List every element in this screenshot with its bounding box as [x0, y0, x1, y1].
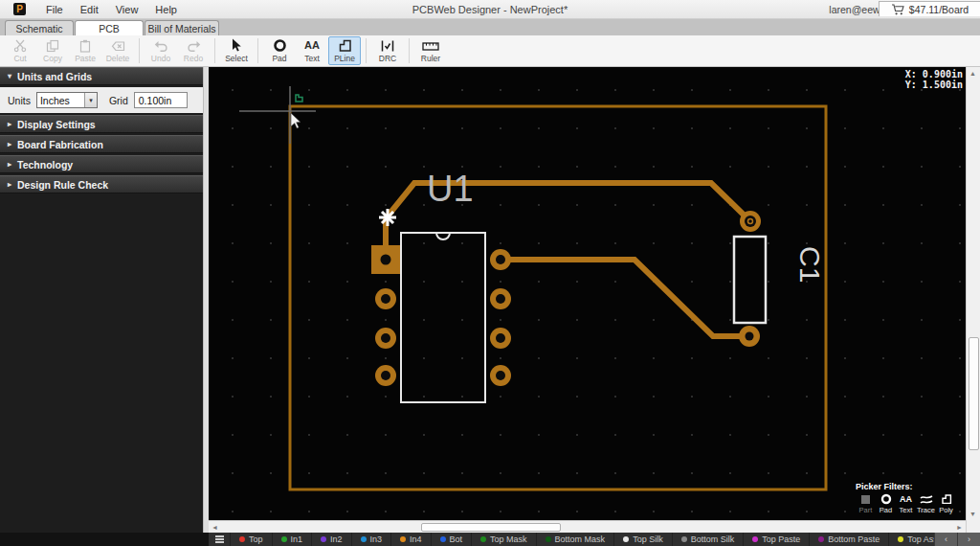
c1-pads[interactable]	[739, 211, 761, 347]
panel-header-technology[interactable]: ▸ Technology	[0, 155, 203, 173]
drc-check-icon	[380, 39, 395, 53]
pad-tool-button[interactable]: Pad	[263, 36, 296, 65]
layer-color-dot	[623, 536, 629, 542]
picker-filters-title: Picker Filters:	[856, 482, 956, 491]
tab-schematic[interactable]: Schematic	[5, 20, 74, 35]
text-aa-icon: AA	[900, 494, 912, 504]
pline-polygon-icon	[338, 38, 352, 53]
panel-header-units-and-grids[interactable]: ▾ Units and Grids	[0, 67, 203, 85]
scroll-right-icon[interactable]: ►	[953, 521, 966, 533]
mouse-cursor-icon	[291, 113, 301, 128]
chevron-down-icon: ▾	[8, 72, 11, 80]
layer-top-silk[interactable]: Top Silk	[613, 533, 672, 546]
units-select[interactable]: Inches ▾	[36, 92, 98, 108]
delete-button[interactable]: Delete	[101, 36, 134, 65]
copy-icon	[46, 39, 59, 53]
menu-help[interactable]: Help	[146, 2, 186, 17]
menu-view[interactable]: View	[107, 2, 147, 17]
pad-ring-icon	[273, 38, 287, 53]
crosshair	[239, 86, 316, 144]
undo-button[interactable]: Undo	[145, 36, 177, 65]
scroll-down-icon[interactable]: ▼	[967, 508, 979, 519]
layers-scroll-left-button[interactable]: ‹	[934, 533, 957, 546]
picker-filter-trace[interactable]: Trace	[916, 493, 936, 514]
panel-header-board-fabrication[interactable]: ▸ Board Fabrication	[0, 135, 203, 153]
u1-pads-left[interactable]	[375, 288, 396, 386]
tab-bill-of-materials[interactable]: Bill of Materials	[145, 20, 219, 35]
units-and-grids-panel: Units Inches ▾ Grid 0.100in	[0, 87, 203, 113]
layer-color-dot	[480, 536, 486, 542]
layer-top-paste[interactable]: Top Paste	[743, 533, 809, 546]
text-tool-button[interactable]: AA Text	[296, 36, 328, 65]
toolbar: Cut Copy Paste Delete Undo	[0, 35, 980, 67]
chevron-right-icon: ▸	[8, 160, 11, 169]
layer-menu-button[interactable]	[209, 535, 230, 543]
layer-bottom-paste[interactable]: Bottom Paste	[809, 533, 888, 546]
picker-filter-pad[interactable]: Pad	[876, 493, 896, 514]
ruler-icon	[422, 39, 439, 53]
menu-edit[interactable]: Edit	[72, 2, 107, 17]
redo-button[interactable]: Redo	[177, 36, 210, 65]
picker-filter-part[interactable]: Part	[856, 493, 876, 514]
picker-filter-text[interactable]: AA Text	[896, 493, 916, 514]
c1-body-outline[interactable]	[734, 237, 766, 323]
text-aa-icon: AA	[304, 39, 320, 53]
ruler-tool-button[interactable]: Ruler	[414, 36, 447, 65]
layer-color-dot	[361, 536, 367, 542]
trace-net2[interactable]	[501, 260, 749, 336]
cursor-icon	[230, 38, 243, 53]
layer-color-dot	[818, 536, 824, 542]
pcb-canvas[interactable]: U1 C1 X: 0.900in Y: 1.500in Picker Filte…	[209, 67, 966, 520]
select-tool-button[interactable]: Select	[220, 36, 253, 65]
picker-filter-poly[interactable]: Poly	[936, 493, 956, 514]
poly-icon	[941, 493, 952, 505]
layers-scroll-right-button[interactable]: ›	[957, 533, 980, 546]
layer-top[interactable]: Top	[230, 533, 272, 546]
undo-arrow-icon	[154, 39, 168, 53]
u1-pads-right[interactable]	[490, 249, 511, 386]
backspace-icon	[111, 39, 125, 53]
chevron-right-icon: ▸	[8, 140, 11, 148]
menu-file[interactable]: File	[37, 2, 72, 17]
panel-header-display-settings[interactable]: ▸ Display Settings	[0, 115, 203, 133]
vertical-scrollbar[interactable]: ▲ ▼	[966, 67, 980, 533]
menu-bar: File Edit View Help	[37, 2, 186, 17]
toolbar-separator	[139, 38, 140, 63]
cut-button[interactable]: Cut	[4, 36, 36, 65]
toolbar-separator	[409, 38, 410, 63]
u1-refdes[interactable]: U1	[427, 169, 474, 209]
layer-bottom-mask[interactable]: Bottom Mask	[536, 533, 614, 546]
pline-tool-button[interactable]: PLine	[328, 36, 361, 65]
u1-body-outline[interactable]	[401, 233, 485, 402]
drc-tool-button[interactable]: DRC	[371, 36, 404, 65]
grid-size-input[interactable]: 0.100in	[134, 92, 188, 108]
scissors-icon	[13, 39, 27, 53]
layer-bot[interactable]: Bot	[431, 533, 472, 546]
chevron-down-icon: ▾	[84, 93, 97, 107]
tab-pcb[interactable]: PCB	[75, 20, 144, 35]
scroll-left-icon[interactable]: ◄	[209, 521, 221, 533]
layer-color-dot	[321, 536, 326, 542]
clipboard-icon	[78, 39, 92, 53]
layer-in3[interactable]: In3	[351, 533, 391, 546]
layer-in4[interactable]: In4	[390, 533, 431, 546]
layer-top-mask[interactable]: Top Mask	[471, 533, 536, 546]
paste-button[interactable]: Paste	[69, 36, 101, 65]
board-price-button[interactable]: $47.11/Board	[879, 1, 980, 16]
board-outline[interactable]	[290, 106, 826, 489]
copy-button[interactable]: Copy	[36, 36, 69, 65]
trace-icon	[920, 494, 933, 505]
app-logo-icon: P	[13, 3, 26, 15]
layer-in2[interactable]: In2	[311, 533, 351, 546]
chevron-right-icon: ▸	[8, 180, 11, 189]
horizontal-scroll-thumb[interactable]	[421, 523, 561, 532]
layer-bottom-silk[interactable]: Bottom Silk	[672, 533, 744, 546]
u1-pin1-notch	[436, 233, 450, 239]
vertical-scroll-thumb[interactable]	[969, 337, 979, 450]
panel-header-design-rule-check[interactable]: ▸ Design Rule Check	[0, 175, 203, 193]
coord-y: Y: 1.500in	[905, 80, 963, 90]
layer-in1[interactable]: In1	[272, 533, 312, 546]
c1-refdes[interactable]: C1	[794, 246, 826, 283]
horizontal-scrollbar[interactable]: ◄ ►	[209, 520, 966, 533]
scroll-up-icon[interactable]: ▲	[967, 67, 979, 79]
